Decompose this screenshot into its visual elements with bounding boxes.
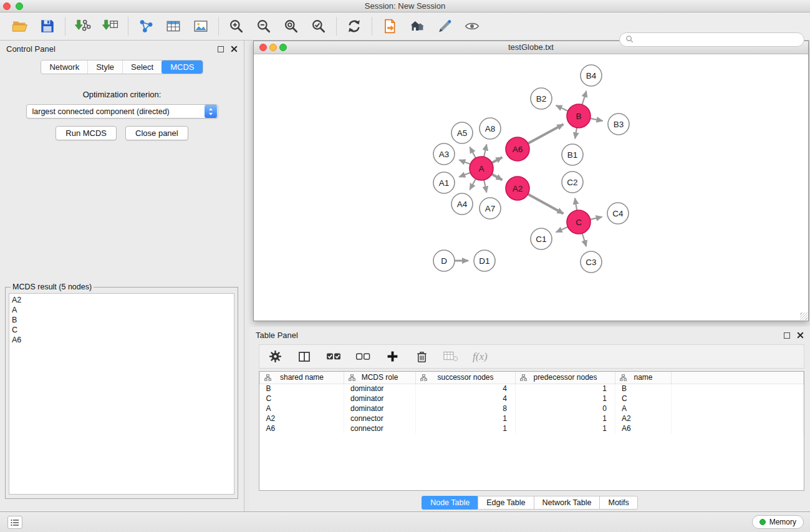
unselect-all-icon[interactable] bbox=[355, 349, 370, 364]
tab-motifs[interactable]: Motifs bbox=[599, 496, 637, 510]
zoom-window-icon[interactable] bbox=[16, 2, 23, 10]
zoom-fit-icon[interactable] bbox=[282, 17, 300, 35]
tab-network-table[interactable]: Network Table bbox=[534, 496, 600, 510]
network-image-icon[interactable] bbox=[192, 17, 210, 35]
graph-edge-A-A2[interactable] bbox=[492, 174, 503, 180]
table-row[interactable]: Bdominator41B bbox=[260, 384, 804, 394]
close-window-icon[interactable] bbox=[3, 2, 11, 10]
table-cell[interactable]: A bbox=[615, 404, 672, 414]
graph-edge-B-B2[interactable] bbox=[556, 105, 568, 111]
table-cell[interactable]: connector bbox=[344, 423, 416, 433]
column-header-shared-name[interactable]: shared name bbox=[260, 372, 344, 384]
table-cell[interactable]: 1 bbox=[516, 384, 615, 394]
graph-edge-A-A8[interactable] bbox=[484, 144, 486, 157]
result-list-item[interactable]: A2 bbox=[12, 295, 231, 305]
table-cell[interactable]: dominator bbox=[344, 404, 416, 414]
apply-style-icon[interactable] bbox=[436, 17, 453, 35]
table-cell[interactable]: B bbox=[260, 384, 344, 394]
column-header-predecessor-nodes[interactable]: predecessor nodes bbox=[516, 372, 615, 384]
criterion-dropdown[interactable]: largest connected component (directed) bbox=[26, 104, 218, 118]
table-cell[interactable]: 4 bbox=[416, 394, 516, 404]
table-cell[interactable]: A6 bbox=[260, 423, 344, 433]
table-cell[interactable]: 4 bbox=[416, 384, 516, 394]
home-networks-icon[interactable] bbox=[408, 17, 426, 35]
memory-button[interactable]: Memory bbox=[752, 515, 804, 529]
mcds-result-list[interactable]: A2 A B C A6 bbox=[9, 293, 234, 495]
run-mcds-button[interactable]: Run MCDS bbox=[55, 126, 117, 140]
table-cell[interactable]: C bbox=[260, 394, 344, 404]
close-panel-icon[interactable] bbox=[231, 46, 238, 52]
tab-edge-table[interactable]: Edge Table bbox=[478, 496, 534, 510]
graph-edge-B-B4[interactable] bbox=[582, 91, 587, 105]
show-hide-details-eye-icon[interactable] bbox=[463, 17, 481, 35]
table-settings-gear-icon[interactable] bbox=[268, 349, 282, 364]
tab-mcds[interactable]: MCDS bbox=[162, 60, 202, 74]
annotations-icon[interactable] bbox=[381, 17, 398, 35]
refresh-view-icon[interactable] bbox=[345, 17, 363, 35]
table-cell[interactable]: A2 bbox=[615, 414, 672, 423]
table-cell[interactable]: 1 bbox=[516, 423, 615, 433]
table-cell[interactable]: C bbox=[615, 394, 672, 404]
zoom-selected-icon[interactable] bbox=[310, 17, 327, 35]
tab-network[interactable]: Network bbox=[41, 60, 87, 74]
table-cell[interactable]: 8 bbox=[416, 404, 516, 414]
table-row[interactable]: Cdominator41C bbox=[260, 394, 804, 404]
zoom-network-window-icon[interactable] bbox=[279, 44, 287, 51]
graph-edge-A-A7[interactable] bbox=[484, 180, 486, 193]
open-file-icon[interactable] bbox=[11, 17, 29, 35]
table-cell[interactable]: A2 bbox=[260, 414, 344, 423]
table-cell[interactable]: 1 bbox=[516, 414, 615, 423]
graph-edge-C-C4[interactable] bbox=[591, 217, 602, 220]
zoom-out-icon[interactable] bbox=[255, 17, 272, 35]
minimize-network-window-icon[interactable] bbox=[269, 44, 277, 51]
close-table-panel-icon[interactable] bbox=[797, 332, 804, 339]
table-row[interactable]: Adominator80A bbox=[260, 404, 804, 414]
network-canvas[interactable]: B4B2BB3A5A8A6A3B1AA1A2C2A4A7C4CC1C3DD1 bbox=[254, 54, 808, 321]
graph-edge-A-A5[interactable] bbox=[470, 147, 476, 158]
graph-edge-C-C2[interactable] bbox=[575, 198, 577, 211]
table-cell[interactable]: 1 bbox=[416, 423, 516, 433]
search-input[interactable] bbox=[637, 36, 798, 44]
table-cell[interactable]: 1 bbox=[416, 414, 516, 423]
graph-edge-C-C1[interactable] bbox=[556, 227, 568, 233]
table-cell[interactable]: dominator bbox=[344, 384, 416, 394]
show-columns-icon[interactable] bbox=[297, 349, 312, 364]
table-cell[interactable]: 1 bbox=[516, 394, 615, 404]
float-table-panel-icon[interactable] bbox=[784, 332, 790, 339]
new-network-icon[interactable] bbox=[137, 17, 155, 35]
zoom-in-icon[interactable] bbox=[228, 17, 245, 35]
table-cell[interactable]: B bbox=[615, 384, 672, 394]
graph-edge-A2-C[interactable] bbox=[528, 194, 564, 213]
tab-style[interactable]: Style bbox=[87, 60, 122, 74]
result-list-item[interactable]: C bbox=[12, 325, 231, 335]
save-session-icon[interactable] bbox=[39, 17, 56, 35]
column-header-successor-nodes[interactable]: successor nodes bbox=[416, 372, 516, 384]
float-panel-icon[interactable] bbox=[218, 46, 224, 52]
result-list-item[interactable]: A6 bbox=[12, 335, 231, 345]
graph-edge-A6-B[interactable] bbox=[528, 124, 564, 143]
network-table-icon[interactable] bbox=[165, 17, 182, 35]
task-history-button[interactable] bbox=[7, 516, 22, 529]
add-column-plus-icon[interactable] bbox=[385, 349, 400, 364]
table-cell[interactable]: A bbox=[260, 404, 344, 414]
graph-edge-A-A1[interactable] bbox=[459, 173, 470, 177]
table-row[interactable]: A6connector11A6 bbox=[260, 423, 804, 433]
table-cell[interactable]: 0 bbox=[516, 404, 615, 414]
graph-edge-B-B1[interactable] bbox=[575, 128, 577, 139]
column-header-name[interactable]: name bbox=[615, 372, 672, 384]
graph-edge-A-A6[interactable] bbox=[492, 157, 503, 163]
close-network-window-icon[interactable] bbox=[259, 44, 267, 51]
graph-edge-B-B3[interactable] bbox=[591, 118, 603, 121]
graph-edge-A-A3[interactable] bbox=[459, 160, 470, 164]
table-cell[interactable]: dominator bbox=[344, 394, 416, 404]
select-all-icon[interactable] bbox=[326, 349, 341, 364]
table-row[interactable]: A2connector11A2 bbox=[260, 414, 804, 423]
import-network-icon[interactable] bbox=[74, 17, 92, 35]
table-cell[interactable]: connector bbox=[344, 414, 416, 423]
tab-node-table[interactable]: Node Table bbox=[422, 496, 478, 510]
resize-grip[interactable] bbox=[800, 312, 808, 320]
close-panel-button[interactable]: Close panel bbox=[125, 126, 188, 140]
graph-edge-C-C3[interactable] bbox=[582, 233, 587, 246]
import-table-icon[interactable] bbox=[102, 17, 119, 35]
tab-select[interactable]: Select bbox=[122, 60, 162, 74]
